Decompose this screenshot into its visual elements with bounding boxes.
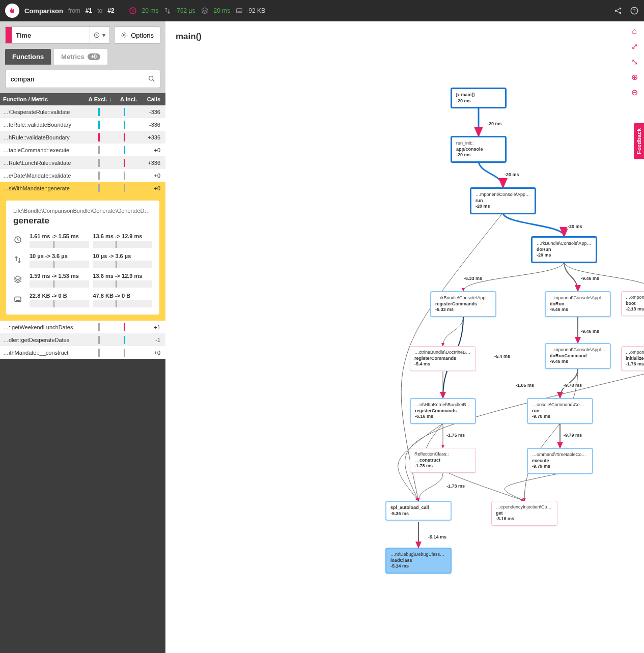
- graph-node[interactable]: …onsole\Command\Command::run-9.78 ms: [527, 398, 593, 424]
- edge-label: -1.73 ms: [445, 484, 466, 489]
- graph-node[interactable]: …mponent\Console\Application::run-20 ms: [470, 187, 536, 214]
- zoom-in-icon[interactable]: ⊕: [629, 71, 640, 82]
- edge-label: -6.33 ms: [463, 276, 483, 281]
- tab-functions[interactable]: Functions: [5, 49, 51, 65]
- graph-node[interactable]: …rkBundle\Console\Application::doRun-20 …: [531, 236, 597, 263]
- edge-label: -1.85 ms: [515, 383, 535, 388]
- edge-label: -5.4 ms: [493, 354, 511, 359]
- graph-node[interactable]: run_init::app/console-20 ms: [451, 136, 507, 163]
- svg-text:?: ?: [633, 8, 635, 13]
- table-row[interactable]: …::getWeekendLunchDates +1: [0, 321, 165, 333]
- svg-rect-1: [237, 9, 242, 13]
- disk-icon: [235, 7, 243, 15]
- edge-label: -9.79 ms: [563, 433, 583, 438]
- svg-point-6: [615, 10, 617, 12]
- page-title: Comparison: [24, 7, 63, 15]
- updown-icon: [163, 7, 172, 15]
- graph-tools: ⌂ ⤢ ⤡ ⊕ ⊖: [629, 25, 640, 98]
- edge-label: -20 ms: [503, 172, 520, 177]
- svg-rect-16: [16, 300, 20, 301]
- edge-label: -9.46 ms: [580, 276, 600, 281]
- graph-node[interactable]: …mponent\Console\Application::doRun-9.46…: [545, 291, 611, 317]
- graph-node[interactable]: …ctrineBundle\DoctrineBundle::registerCo…: [410, 346, 476, 371]
- search-input[interactable]: [5, 70, 160, 88]
- svg-point-8: [620, 12, 622, 14]
- graph-node[interactable]: spl_autoload_call-5.36 ms: [385, 501, 452, 521]
- svg-rect-2: [238, 11, 241, 12]
- table-header: Function / Metric Δ Excl. ↓ Δ Incl. Call…: [0, 93, 165, 105]
- chevron-down-icon: ▾: [102, 32, 105, 39]
- graph-node[interactable]: …ommand\TimetableCommand::execute-9.79 m…: [527, 448, 593, 474]
- share-icon[interactable]: [613, 6, 623, 15]
- zoom-out-icon[interactable]: ⊖: [629, 87, 640, 98]
- flame-icon: [8, 7, 16, 15]
- clock-icon: [129, 7, 137, 15]
- function-detail: Life\Bundle\ComparisonBundle\Generate\Ge…: [0, 194, 165, 321]
- to-label: to: [97, 7, 102, 14]
- graph-node[interactable]: ▷ main()-20 ms: [451, 88, 507, 108]
- edge-label: -9.46 ms: [580, 329, 600, 334]
- metric-cpu: -20 ms: [201, 7, 231, 15]
- edge-label: -9.78 ms: [563, 383, 583, 388]
- metric-time: -20 ms: [129, 7, 159, 15]
- table-row[interactable]: …sWithMandate::generate +0: [0, 182, 165, 194]
- clock-icon: ▾: [90, 27, 105, 43]
- sidebar: Time ▾ Options Functions Metrics+0 Funct…: [0, 21, 165, 653]
- svg-rect-15: [15, 297, 21, 302]
- graph-node[interactable]: …mponent\Console\Application::doRunComma…: [545, 343, 611, 369]
- edge-label: -5.14 ms: [427, 534, 447, 540]
- home-icon[interactable]: ⌂: [629, 25, 640, 37]
- to-num[interactable]: #2: [107, 7, 114, 14]
- svg-point-12: [123, 34, 125, 36]
- graph-node[interactable]: …ependencyInjection\Container::get-3.16 …: [491, 501, 557, 526]
- table-row[interactable]: …hRule::validateBoundary +336: [0, 131, 165, 144]
- feedback-button[interactable]: Feedback: [634, 123, 644, 159]
- metric-io: -762 µs: [163, 7, 195, 15]
- topbar: Comparison from #1 to #2 -20 ms -762 µs …: [0, 0, 644, 21]
- table-row[interactable]: …dler::getDesperateDates -1: [0, 333, 165, 346]
- table-row[interactable]: …teRule::validateBoundary -336: [0, 118, 165, 131]
- layers-icon: [13, 275, 25, 286]
- edge-label: -20 ms: [486, 121, 503, 126]
- detail-name: generate: [13, 216, 152, 226]
- table-row[interactable]: …tableCommand::execute +0: [0, 144, 165, 156]
- edge-label: -1.75 ms: [445, 433, 466, 438]
- layers-icon: [201, 7, 209, 15]
- from-label: from: [68, 7, 80, 14]
- graph-node[interactable]: …nt\Debug\DebugClassLoader::loadClass-5.…: [385, 548, 452, 574]
- table-row[interactable]: …Rule\LunchRule::validate +336: [0, 156, 165, 169]
- metrics-badge: +0: [88, 53, 100, 60]
- disk-icon: [13, 295, 25, 305]
- dimension-select[interactable]: Time ▾: [5, 26, 110, 44]
- table-row[interactable]: …e\Date\Mandate::validate +0: [0, 169, 165, 182]
- clock-icon: [13, 235, 25, 246]
- collapse-icon[interactable]: ⤡: [629, 56, 640, 67]
- table-row[interactable]: …ithMandate::__construct +0: [0, 346, 165, 359]
- options-button[interactable]: Options: [114, 26, 160, 44]
- logo[interactable]: [5, 4, 19, 18]
- updown-icon: [13, 255, 25, 266]
- from-num[interactable]: #1: [86, 7, 92, 14]
- graph-node[interactable]: …omponent\HttpKernel\Kernel::boot-2.13 m…: [621, 291, 644, 316]
- metric-memory: -92 KB: [235, 7, 265, 15]
- svg-point-7: [620, 8, 622, 10]
- help-icon[interactable]: ?: [630, 6, 639, 15]
- graph-node[interactable]: …nt\HttpKernel\Bundle\Bundle::registerCo…: [410, 398, 476, 424]
- expand-icon[interactable]: ⤢: [629, 41, 640, 52]
- search-icon[interactable]: [148, 75, 156, 83]
- graph-node[interactable]: ReflectionClass::__construct-1.78 ms: [410, 448, 476, 473]
- detail-path: Life\Bundle\ComparisonBundle\Generate\Ge…: [13, 208, 152, 214]
- tab-metrics[interactable]: Metrics+0: [54, 49, 107, 65]
- svg-point-13: [149, 76, 153, 80]
- edge-label: -20 ms: [567, 224, 583, 229]
- graph-node[interactable]: …rkBundle\Console\Application::registerC…: [430, 291, 496, 317]
- call-graph[interactable]: main() ▷ main()-20 msrun_init::app/conso…: [165, 21, 644, 653]
- gear-icon: [121, 32, 128, 39]
- table-row[interactable]: …\DesperateRule::validate -336: [0, 105, 165, 118]
- graph-node[interactable]: …omponent\HttpKernel\Kernel::initializeC…: [621, 346, 644, 371]
